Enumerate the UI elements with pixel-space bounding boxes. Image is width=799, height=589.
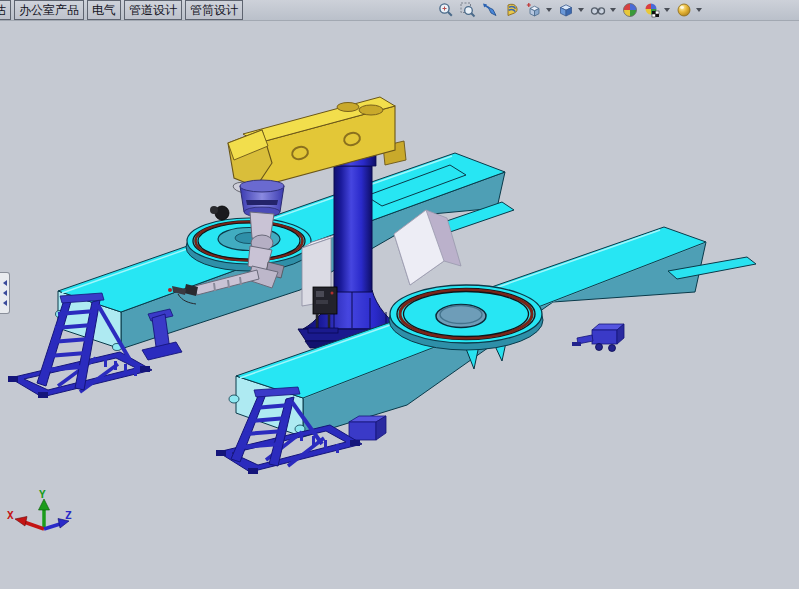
orientation-triad: Y X Z [7,488,72,529]
collapse-arrow-icon [3,300,7,306]
triad-x-label: X [7,509,14,522]
apply-scene-icon[interactable] [643,2,660,19]
tab-piping-design[interactable]: 管道设计 [124,0,182,20]
triad-y-label: Y [39,488,46,501]
display-style-icon[interactable] [557,2,574,19]
apply-scene-dropdown-arrow[interactable] [664,8,670,12]
panel-collapse-tab[interactable] [0,272,10,314]
command-tabs: 评估 办公室产品 电气 管道设计 管筒设计 [0,0,243,20]
graphics-viewport[interactable]: Y X Z [0,20,799,589]
tab-office-products[interactable]: 办公室产品 [14,0,84,20]
tab-tubing-design[interactable]: 管筒设计 [185,0,243,20]
beam-support-block[interactable] [349,416,386,440]
view-orientation-dropdown-arrow[interactable] [546,8,552,12]
heads-up-view-toolbar [437,1,702,19]
edit-appearance-icon[interactable] [621,2,638,19]
view-settings-icon[interactable] [675,2,692,19]
tab-evaluate[interactable]: 评估 [0,0,11,20]
section-view-icon[interactable] [503,2,520,19]
display-style-dropdown-arrow[interactable] [578,8,584,12]
hide-show-items-icon[interactable] [589,2,606,19]
caster-support[interactable] [572,324,624,352]
command-toolbar: 评估 办公室产品 电气 管道设计 管筒设计 [0,0,799,21]
application-window: 评估 办公室产品 电气 管道设计 管筒设计 [0,0,799,589]
view-settings-dropdown-arrow[interactable] [696,8,702,12]
triad-z-label: Z [65,509,72,522]
tab-electrical[interactable]: 电气 [87,0,121,20]
zoom-to-fit-icon[interactable] [437,2,454,19]
hide-show-items-dropdown-arrow[interactable] [610,8,616,12]
zoom-to-area-icon[interactable] [459,2,476,19]
collapse-arrow-icon [3,290,7,296]
collapse-arrow-icon [3,280,7,286]
rotary-ring-front[interactable] [389,285,543,350]
view-orientation-icon[interactable] [525,2,542,19]
previous-view-icon[interactable] [481,2,498,19]
